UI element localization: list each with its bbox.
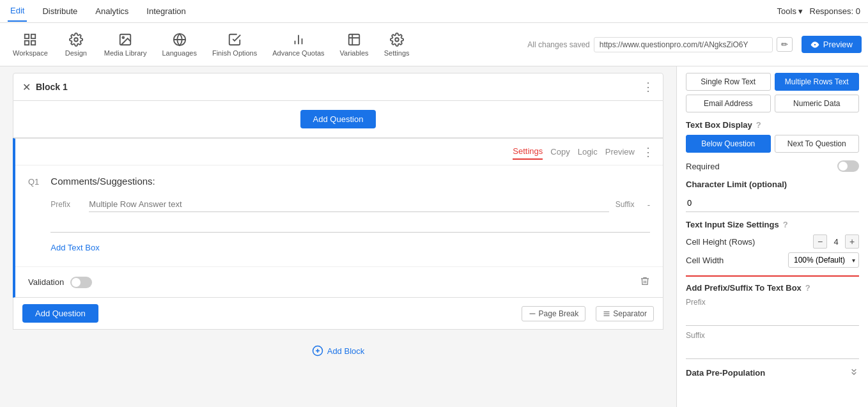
svg-rect-3: [31, 40, 35, 44]
tools-button[interactable]: Tools ▾: [777, 6, 803, 16]
type-single-row[interactable]: Single Row Text: [686, 73, 771, 91]
required-label: Required: [686, 162, 720, 171]
advance-quotas-btn[interactable]: Advance Quotas: [266, 29, 330, 61]
question-card: Settings Copy Logic Preview ⋮ Q1 Comment…: [13, 138, 663, 298]
data-prepopulation-section: Data Pre-Population: [686, 367, 859, 379]
url-bar: All changes saved ✏: [527, 37, 792, 52]
variables-btn[interactable]: Variables: [334, 29, 375, 61]
tab-preview[interactable]: Preview: [605, 144, 635, 159]
display-below-question[interactable]: Below Question: [686, 135, 771, 153]
question-number: Q1: [28, 177, 39, 187]
svg-point-4: [74, 38, 78, 42]
preview-button[interactable]: Preview: [802, 36, 862, 53]
text-box-display-label: Text Box Display ?: [686, 120, 859, 130]
svg-rect-1: [31, 34, 35, 38]
suffix-field: Suffix: [686, 331, 859, 359]
cell-width-select[interactable]: 100% (Default) 75% 50% 25%: [788, 252, 859, 268]
suffix-label: Suffix: [616, 200, 641, 209]
cell-width-label: Cell Width: [686, 256, 783, 265]
character-limit-input[interactable]: [686, 194, 859, 212]
required-row: Required: [686, 160, 859, 172]
page-break-button[interactable]: Page Break: [522, 306, 586, 321]
type-email[interactable]: Email Address: [686, 95, 771, 112]
type-grid: Single Row Text Multiple Rows Text Email…: [686, 73, 859, 112]
add-question-bottom-bar: Add Question Page Break Separator: [13, 298, 663, 330]
cell-height-row: Cell Height (Rows) − 4 +: [686, 234, 859, 249]
left-panel: ✕ Block 1 ⋮ Add Question Settings Copy L…: [0, 66, 676, 407]
block-header[interactable]: ✕ Block 1 ⋮: [13, 73, 663, 101]
url-input[interactable]: [594, 37, 773, 52]
toolbar: Workspace Design Media Library Languages…: [0, 23, 868, 66]
validation-toggle[interactable]: [70, 277, 92, 288]
type-numeric[interactable]: Numeric Data: [775, 95, 860, 112]
prefix-suffix-title: Add Prefix/Suffix To Text Box ?: [686, 283, 859, 293]
character-limit-label: Character Limit (optional): [686, 180, 859, 189]
type-multiple-rows[interactable]: Multiple Rows Text: [775, 73, 860, 91]
question-body: Q1 Comments/Suggestions: Prefix Suffix -…: [15, 165, 663, 266]
nav-analytics[interactable]: Analytics: [93, 1, 131, 21]
nav-distribute[interactable]: Distribute: [40, 1, 80, 21]
add-question-top-bar: Add Question: [13, 101, 663, 138]
block-menu-icon[interactable]: ⋮: [642, 80, 654, 94]
question-label: Comments/Suggestions:: [50, 176, 650, 187]
nav-edit[interactable]: Edit: [8, 1, 27, 22]
validation-row: Validation: [15, 266, 663, 297]
right-panel: Single Row Text Multiple Rows Text Email…: [676, 66, 868, 407]
display-next-to-question[interactable]: Next To Question: [775, 135, 860, 153]
svg-point-8: [395, 38, 399, 42]
top-nav: Edit Distribute Analytics Integration To…: [0, 0, 868, 23]
data-prepop-expand[interactable]: [849, 367, 859, 379]
block-title: Block 1: [36, 82, 68, 92]
edit-url-button[interactable]: ✏: [777, 37, 793, 52]
svg-point-6: [123, 36, 125, 38]
cell-height-value: 4: [830, 237, 842, 247]
answer-input[interactable]: [89, 197, 608, 212]
prefix-field: Prefix: [686, 298, 859, 326]
settings-btn[interactable]: Settings: [378, 29, 416, 61]
design-btn[interactable]: Design: [57, 29, 95, 61]
question-tabs: Settings Copy Logic Preview ⋮: [15, 139, 663, 165]
tab-copy[interactable]: Copy: [550, 144, 570, 159]
delete-question-button[interactable]: [640, 276, 650, 288]
add-question-top-button[interactable]: Add Question: [300, 110, 376, 128]
top-nav-right: Tools ▾ Responses: 0: [777, 6, 860, 16]
prefix-input[interactable]: [686, 308, 859, 326]
finish-options-btn[interactable]: Finish Options: [206, 29, 263, 61]
text-input-size-help[interactable]: ?: [783, 220, 788, 229]
validation-label: Validation: [28, 277, 64, 287]
saved-text: All changes saved: [527, 40, 589, 49]
text-box-display-help[interactable]: ?: [756, 120, 761, 130]
block-collapse-icon[interactable]: ✕: [22, 81, 31, 93]
text-box-display-section: Text Box Display ? Below Question Next T…: [686, 120, 859, 153]
prefix-label: Prefix: [50, 200, 82, 209]
svg-rect-2: [25, 40, 29, 44]
question-more-icon[interactable]: ⋮: [642, 145, 654, 159]
display-options-grid: Below Question Next To Question: [686, 135, 859, 153]
main-layout: ✕ Block 1 ⋮ Add Question Settings Copy L…: [0, 66, 868, 407]
prefix-field-label: Prefix: [686, 298, 859, 307]
workspace-btn[interactable]: Workspace: [6, 29, 54, 61]
cell-height-stepper: − 4 +: [813, 234, 859, 249]
add-textbox-button[interactable]: Add Text Box: [50, 239, 99, 256]
prefix-suffix-section: Add Prefix/Suffix To Text Box ? Prefix S…: [686, 275, 859, 359]
cell-height-label: Cell Height (Rows): [686, 237, 808, 247]
text-input-row: Prefix Suffix -: [50, 197, 650, 212]
suffix-input[interactable]: [686, 341, 859, 359]
cell-height-decrement[interactable]: −: [813, 234, 827, 249]
add-block-button[interactable]: Add Block: [312, 345, 365, 357]
tab-logic[interactable]: Logic: [578, 144, 598, 159]
add-question-bottom-button[interactable]: Add Question: [22, 304, 98, 323]
add-block-row: Add Block: [13, 336, 663, 365]
character-limit-section: Character Limit (optional): [686, 180, 859, 212]
separator-button[interactable]: Separator: [596, 306, 654, 321]
nav-integration[interactable]: Integration: [144, 1, 188, 21]
languages-btn[interactable]: Languages: [155, 29, 203, 61]
svg-point-9: [814, 43, 816, 46]
required-toggle[interactable]: [837, 160, 859, 172]
svg-rect-0: [25, 34, 29, 38]
cell-width-row: Cell Width 100% (Default) 75% 50% 25%: [686, 252, 859, 268]
media-library-btn[interactable]: Media Library: [98, 29, 153, 61]
tab-settings[interactable]: Settings: [513, 144, 543, 160]
cell-height-increment[interactable]: +: [845, 234, 859, 249]
prefix-suffix-help[interactable]: ?: [805, 283, 810, 293]
